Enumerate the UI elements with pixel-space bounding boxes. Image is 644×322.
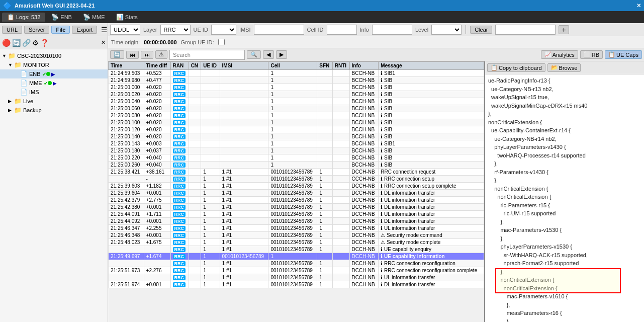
col-rnti[interactable]: RNTI <box>332 62 349 70</box>
tree-arrow-root: ▼ <box>2 53 8 58</box>
col-cn[interactable]: CN <box>189 62 201 70</box>
table-row[interactable]: 21:25:38.421+38.161RRC11 #10010101234567… <box>109 169 484 176</box>
help-icon[interactable]: ❓ <box>40 39 49 47</box>
uldl-select[interactable]: UL/DL <box>110 25 140 35</box>
analytics-btn[interactable]: 📈 Analytics <box>541 50 578 59</box>
refresh-btn[interactable]: 🔄 <box>110 50 124 59</box>
table-row[interactable]: 21:25:48.023+1.675RRC11 #100101012345678… <box>109 239 484 246</box>
rrc-badge: RRC <box>173 247 186 252</box>
table-row[interactable]: 21:25:00.080+0.020RRC1BCCH-NBℹ SIB <box>109 112 484 119</box>
copy-clipboard-btn[interactable]: 📋 Copy to clipboard <box>487 63 545 72</box>
col-ueid[interactable]: UE ID <box>201 62 220 70</box>
url-button[interactable]: URL <box>2 26 22 34</box>
folder-icon-backup: 📁 <box>14 107 22 114</box>
info-input[interactable] <box>372 25 412 35</box>
col-message[interactable]: Message <box>379 62 484 70</box>
search-input[interactable] <box>169 50 245 60</box>
tab-mme[interactable]: 📡 MME <box>78 13 110 22</box>
table-row[interactable]: 21:25:46.348+0.001RRC11 #100101012345678… <box>109 232 484 239</box>
col-cell[interactable]: Cell <box>268 62 317 70</box>
imsi-input[interactable] <box>254 25 304 35</box>
table-row[interactable]: 21:25:44.092+0.001RRC11 #100101012345678… <box>109 218 484 225</box>
table-row[interactable]: 21:25:00.100+0.020RRC1BCCH-NBℹ SIB <box>109 119 484 126</box>
table-row[interactable]: 21:25:00.120+0.020RRC1BCCH-NBℹ SIB <box>109 126 484 133</box>
log-table-container: Time Time diff RAN CN UE ID IMSI Cell SF… <box>108 61 485 322</box>
settings-icon[interactable]: ⚙ <box>32 39 39 47</box>
table-row[interactable]: 21:25:39.603+1.182RRC11 #100101012345678… <box>109 183 484 190</box>
table-row[interactable]: 21:25:00.060+0.020RRC1BCCH-NBℹ SIB <box>109 105 484 112</box>
table-row[interactable]: 21:25:00.260+0.040RRC1BCCH-NBℹ SIB <box>109 162 484 169</box>
file-button[interactable]: File <box>51 26 70 34</box>
tab-enb[interactable]: 📡 ENB <box>46 13 77 22</box>
extra-filter-input[interactable] <box>495 25 556 35</box>
table-row[interactable]: 21:25:00.143+0.003RRC1BCCH-NBℹ SIB1 <box>109 140 484 147</box>
skip-next-btn[interactable]: ⏭ <box>141 51 153 59</box>
time-row: Time origin: 00:00:00.000 Group UE ID: <box>108 36 644 48</box>
table-row[interactable]: 21:25:00.040+0.020RRC1BCCH-NBℹ SIB <box>109 98 484 105</box>
export-button[interactable]: Export <box>72 26 97 34</box>
table-row[interactable]: 21:25:51.974+0.001RRC11 #100101012345678… <box>109 281 484 288</box>
skip-prev-btn[interactable]: ⏮ <box>126 51 139 59</box>
table-row[interactable]: RRC11 #10010101234567891DCCH-NBℹ RRC con… <box>109 260 484 267</box>
tree-item-enb[interactable]: 📄 ENB ✔ ▶ <box>0 69 108 78</box>
table-row[interactable]: RRC11 #10010101234567891DCCH-NBℹ UE capa… <box>109 246 484 253</box>
table-row[interactable]: 21:25:39.604+0.001RRC11 #100101012345678… <box>109 190 484 197</box>
tree-item-mme[interactable]: 📄 MME ✔ ▶ <box>0 78 108 88</box>
browse-btn[interactable]: 📂 Browse <box>547 63 581 72</box>
table-row[interactable]: 21:25:00.000+0.020RRC1BCCH-NBℹ SIB <box>109 84 484 91</box>
next-btn[interactable]: ▶ <box>276 50 287 59</box>
col-time[interactable]: Time <box>109 62 144 70</box>
ueid-select[interactable] <box>211 25 236 35</box>
table-row[interactable]: 21:25:00.180+0.037RRC1BCCH-NBℹ SIB <box>109 147 484 154</box>
tree-item-ims[interactable]: 📄 IMS <box>0 88 108 97</box>
table-row[interactable]: 21:25:00.020+0.020RRC1BCCH-NBℹ SIB <box>109 91 484 98</box>
add-icon[interactable]: 🔴 <box>2 39 11 47</box>
table-row[interactable]: 21:25:46.347+2.255RRC11 #100101012345678… <box>109 225 484 232</box>
tab-stats[interactable]: 📊 Stats <box>111 13 143 22</box>
level-select[interactable] <box>431 25 462 35</box>
col-ran[interactable]: RAN <box>170 62 189 70</box>
ue-caps-btn[interactable]: 📋 UE Caps <box>605 50 642 59</box>
cellid-input[interactable] <box>327 25 357 35</box>
time-origin-value: 00:00:00.000 <box>144 39 176 45</box>
prev-btn[interactable]: ◀ <box>263 50 274 59</box>
folder-icon-live: 📁 <box>14 98 22 105</box>
tree-item-root[interactable]: ▼ 📁 CBC-2023010100 <box>0 51 108 60</box>
table-row[interactable]: 21:25:44.091+1.711RRC11 #100101012345678… <box>109 211 484 218</box>
table-row[interactable]: 21:25:00.140+0.020RRC1BCCH-NBℹ SIB <box>109 133 484 140</box>
connect-icon[interactable]: 🔗 <box>22 39 31 47</box>
table-row[interactable]: 21:25:42.379+2.775RRC11 #100101012345678… <box>109 197 484 204</box>
col-imsi[interactable]: IMSI <box>220 62 268 70</box>
col-sfn[interactable]: SFN <box>317 62 332 70</box>
analytics-label: Analytics <box>553 52 575 58</box>
server-button[interactable]: Server <box>24 26 49 34</box>
table-row[interactable]: -RRC11 #10010101234567891CCCH-NBℹ RRC co… <box>109 176 484 183</box>
table-row[interactable]: 21:25:51.973+2.276RRC11 #100101012345678… <box>109 267 484 274</box>
stats-icon: 📊 <box>116 14 124 21</box>
table-row[interactable]: RRC11 #10010101234567891DCCH-NBℹ UL info… <box>109 274 484 281</box>
tree-item-monitor[interactable]: ▼ 📁 MONITOR <box>0 60 108 69</box>
table-row[interactable]: 21:24:59.503+0.523RRC1BCCH-NBℹ SIB1 <box>109 70 484 77</box>
tab-logs[interactable]: 📋 Logs: 532 <box>2 13 45 22</box>
tree-item-live[interactable]: ▶ 📁 Live <box>0 97 108 106</box>
search-btn[interactable]: 🔍 <box>247 50 261 59</box>
tree-item-backup[interactable]: ▶ 📁 Backup <box>0 106 108 115</box>
add-filter-button[interactable]: + <box>559 25 569 34</box>
menu-icon[interactable]: ☰ <box>101 26 108 34</box>
table-row[interactable]: 21:25:00.220+0.040RRC1BCCH-NBℹ SIB <box>109 154 484 162</box>
table-row[interactable]: 21:25:49.697+1.674RRC10010101234567891DC… <box>109 253 484 260</box>
group-ue-id-checkbox[interactable] <box>218 39 225 45</box>
refresh-icon[interactable]: 🔄 <box>12 39 21 47</box>
rb-btn[interactable]: ⬜ RB <box>580 50 603 59</box>
col-timediff[interactable]: Time diff <box>144 62 170 70</box>
warn-btn[interactable]: ⚠ <box>155 50 167 59</box>
tree-enb-label: ENB <box>29 71 41 77</box>
clear-button[interactable]: Clear <box>470 26 492 34</box>
layer-select[interactable]: RRC <box>160 25 191 35</box>
close-sidebar-icon[interactable]: ✕ <box>101 39 106 46</box>
table-row[interactable]: 21:24:59.980+0.477RRC1BCCH-NBℹ SIB <box>109 77 484 84</box>
col-info[interactable]: Info <box>349 62 379 70</box>
rrc-badge: RRC <box>173 148 186 153</box>
table-row[interactable]: 21:25:42.380+0.001RRC11 #100101012345678… <box>109 204 484 211</box>
close-icon[interactable]: ✕ <box>636 3 641 9</box>
